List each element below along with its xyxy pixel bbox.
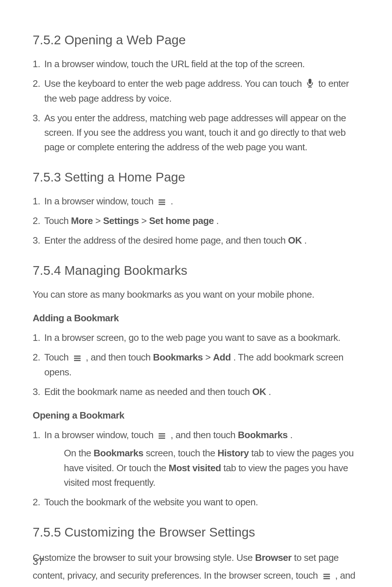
text: On the — [64, 448, 94, 458]
paragraph: Customize the browser to suit your brows… — [33, 549, 359, 587]
subheading-opening-bookmark: Opening a Bookmark — [33, 410, 359, 421]
text: > — [95, 215, 103, 226]
bold-text: OK — [288, 235, 302, 246]
text: In a browser window, touch — [44, 429, 156, 440]
text: screen, touch the — [146, 448, 218, 458]
bold-text: Browser — [255, 552, 292, 563]
text: Edit the bookmark name as needed and the… — [44, 386, 252, 397]
list-item: Enter the address of the desired home pa… — [33, 233, 359, 248]
menu-icon — [158, 199, 166, 205]
text: Use the keyboard to enter the web page a… — [44, 78, 304, 89]
text: . — [269, 386, 271, 397]
list-item: In a browser window, touch , and then to… — [33, 428, 359, 490]
text: Customize the browser to suit your brows… — [33, 552, 255, 563]
bold-text: More — [71, 215, 93, 226]
list-item: Use the keyboard to enter the web page a… — [33, 76, 359, 106]
list-item: In a browser window, touch the URL field… — [33, 57, 359, 71]
bold-text: Most visited — [169, 462, 221, 473]
text: . — [216, 215, 219, 226]
bold-text: Add — [213, 352, 231, 363]
text: In a browser window, touch — [44, 196, 156, 207]
text: Touch — [44, 215, 71, 226]
text: . — [290, 429, 293, 440]
list-adding-bookmark: In a browser screen, go to the web page … — [33, 330, 359, 399]
list-item: Edit the bookmark name as needed and the… — [33, 384, 359, 399]
bold-text: Bookmarks — [153, 352, 203, 363]
heading-7-5-5: 7.5.5 Customizing the Browser Settings — [33, 525, 359, 539]
note-block: On the Bookmarks screen, touch the Histo… — [44, 446, 359, 490]
paragraph: You can store as many bookmarks as you w… — [33, 287, 359, 302]
text: Touch — [44, 352, 71, 363]
list-item: In a browser window, touch . — [33, 194, 359, 208]
bold-text: Bookmarks — [94, 448, 143, 458]
bold-text: OK — [252, 386, 266, 397]
menu-icon — [158, 433, 166, 439]
document-page: 7.5.2 Opening a Web Page In a browser wi… — [0, 0, 392, 587]
text: Enter the address of the desired home pa… — [44, 235, 288, 246]
menu-icon — [323, 573, 331, 580]
list-opening-bookmark: In a browser window, touch , and then to… — [33, 428, 359, 509]
bold-text: Set home page — [149, 215, 214, 226]
list-7-5-3: In a browser window, touch . Touch More … — [33, 194, 359, 248]
bold-text: History — [217, 448, 249, 458]
list-item: In a browser screen, go to the web page … — [33, 330, 359, 345]
heading-7-5-3: 7.5.3 Setting a Home Page — [33, 170, 359, 184]
text: , and then touch — [86, 352, 153, 363]
text: > — [141, 215, 149, 226]
bold-text: Settings — [103, 215, 139, 226]
text: , and then touch — [171, 429, 238, 440]
list-item: Touch , and then touch Bookmarks > Add .… — [33, 350, 359, 379]
bold-text: Bookmarks — [238, 429, 287, 440]
text: . — [171, 196, 173, 207]
list-item: Touch the bookmark of the website you wa… — [33, 495, 359, 509]
text: > — [205, 352, 213, 363]
microphone-icon — [306, 78, 314, 88]
heading-7-5-2: 7.5.2 Opening a Web Page — [33, 33, 359, 47]
text: . — [304, 235, 307, 246]
list-item: Touch More > Settings > Set home page . — [33, 213, 359, 228]
page-number: 37 — [33, 556, 44, 567]
menu-icon — [73, 355, 81, 362]
subheading-adding-bookmark: Adding a Bookmark — [33, 313, 359, 324]
svg-rect-0 — [309, 79, 311, 84]
list-item: As you enter the address, matching web p… — [33, 111, 359, 155]
list-7-5-2: In a browser window, touch the URL field… — [33, 57, 359, 155]
heading-7-5-4: 7.5.4 Managing Bookmarks — [33, 263, 359, 278]
